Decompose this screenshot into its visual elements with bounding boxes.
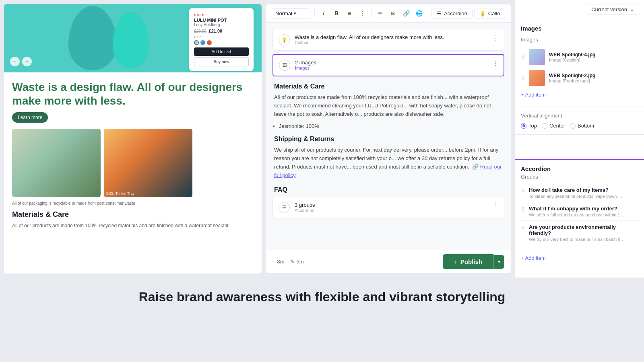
- preview-images-grid: BIZU Trinket Tray: [12, 129, 254, 197]
- callout-block-text: Waste is a design flaw. All of our desig…: [295, 34, 498, 40]
- images-block-more[interactable]: ⋮: [492, 60, 499, 67]
- image-caption-below: All of our packaging is recyclable or ma…: [12, 201, 254, 206]
- accordion-drag-1[interactable]: ⠿: [521, 188, 525, 194]
- callout-block-icon: 💡: [279, 34, 290, 45]
- add-image-button[interactable]: + Add item: [521, 88, 546, 101]
- image-row-1: ⠿ WEB Spotlight-4.jpg Image [Caption]: [521, 47, 638, 68]
- images-panel-section: Images Images ⠿ WEB Spotlight-4.jpg Imag…: [515, 19, 644, 107]
- image-filename-2: WEB Spotlight-2.jpg: [549, 73, 638, 78]
- bold-button[interactable]: B: [331, 8, 342, 19]
- panel-spacer: [515, 135, 644, 159]
- italic-button[interactable]: I: [318, 8, 329, 19]
- product-name: LULU MINI POT: [194, 18, 249, 23]
- color-dot-2[interactable]: [200, 40, 205, 45]
- alignment-bottom-label: Bottom: [578, 123, 594, 129]
- image-row-2: ⠿ WEB Spotlight-2.jpg Image [Product tag…: [521, 68, 638, 88]
- toolbar-divider-2: [371, 9, 372, 17]
- drag-handle-1[interactable]: ⠿: [521, 54, 525, 60]
- accordion-item-content-3: Are your products environmentally friend…: [529, 224, 638, 242]
- accordion-question-1: How do I take care of my items?: [529, 187, 638, 193]
- drag-handle-2[interactable]: ⠿: [521, 75, 525, 81]
- hero-next-button[interactable]: →: [22, 57, 32, 66]
- toolbar-divider-3: [428, 9, 428, 17]
- product-card: SALE LULU MINI POT Lucy Holdberg £29.00 …: [189, 8, 254, 71]
- image-info-1: WEB Spotlight-4.jpg Image [Caption]: [549, 52, 638, 62]
- radio-bottom-dot: [570, 123, 576, 129]
- learn-more-button[interactable]: Learn more: [12, 112, 48, 123]
- callout-block[interactable]: 💡 Waste is a design flaw. All of our des…: [272, 29, 504, 51]
- editor-shipping-title: Shipping & Returns: [272, 136, 504, 143]
- globe-button[interactable]: 🌐: [413, 8, 425, 19]
- preview-materials-title: Materials & Care: [12, 210, 254, 219]
- color-dot-1[interactable]: [194, 40, 199, 45]
- callout-block-type: Callout: [295, 40, 498, 45]
- mail-button[interactable]: ✉: [388, 8, 399, 19]
- callout-insert-button[interactable]: 💡 Callo: [474, 8, 506, 19]
- alignment-top[interactable]: Top: [521, 123, 537, 129]
- image-thumb-2: [529, 70, 545, 86]
- edit-time-icon: ✎: [290, 259, 295, 265]
- accordion-panel: Accordion Groups ⠿ How do I take care of…: [515, 159, 644, 278]
- accordion-drag-2[interactable]: ⠿: [521, 206, 525, 212]
- publish-icon: ↑: [454, 258, 457, 265]
- image-info-2: WEB Spotlight-2.jpg Image [Product tags]: [549, 73, 638, 83]
- accordion-drag-3[interactable]: ⠿: [521, 225, 525, 231]
- editor-materials-body: All of our products are made from 100% r…: [272, 93, 504, 118]
- add-to-cart-button[interactable]: Add to cart: [194, 47, 249, 56]
- text-style-label: Normal: [275, 10, 292, 16]
- preview-content-section: Waste is a design flaw. All of our desig…: [4, 72, 262, 234]
- callout-block-more[interactable]: ⋮: [493, 34, 499, 42]
- edit-time-value: 5m: [297, 259, 304, 265]
- read-full-policy-link[interactable]: 🔗 Read our full policy: [274, 164, 502, 178]
- color-dot-3[interactable]: [207, 40, 212, 45]
- editor-materials-title: Materials & Care: [272, 83, 504, 90]
- alignment-bottom[interactable]: Bottom: [570, 123, 594, 129]
- accordion-item-3: ⠿ Are your products environmentally frie…: [521, 221, 638, 245]
- faq-block-icon: ☰: [279, 202, 290, 213]
- color-dots: [194, 40, 249, 45]
- version-chevron-icon: ⌄: [630, 6, 634, 12]
- hero-navigation: ← →: [10, 57, 32, 66]
- publish-area: ↑ Publish ▾: [443, 254, 504, 269]
- new-price: £21.00: [209, 29, 223, 33]
- alignment-title: Vertical alignment: [521, 113, 638, 119]
- images-panel-title: Images: [521, 25, 638, 32]
- accordion-item-content-1: How do I take care of my items? To clean…: [529, 187, 638, 199]
- images-block-type: Images: [295, 66, 498, 70]
- alignment-center[interactable]: Center: [542, 123, 565, 129]
- alignment-top-label: Top: [528, 123, 537, 129]
- editor-area: SALE LULU MINI POT Lucy Holdberg £29.00 …: [0, 0, 644, 278]
- hero-prev-button[interactable]: ←: [10, 57, 20, 66]
- read-time-value: 8m: [277, 259, 285, 265]
- version-select[interactable]: Current version ⌄: [587, 4, 638, 15]
- image-caption-right: BIZU Trinket Tray: [106, 191, 134, 195]
- images-block-icon: 🖼: [279, 60, 290, 71]
- product-author: Lucy Holdberg: [194, 23, 249, 27]
- radio-top-dot: [521, 123, 526, 129]
- text-style-select[interactable]: Normal ▾: [271, 8, 311, 19]
- read-time-icon: ↑: [272, 259, 275, 265]
- editor-panel: Normal ▾ I B ≡ ⋮ ✏ ✉ 🔗 🌐 ☰ Accordion: [266, 4, 511, 274]
- image-filename-1: WEB Spotlight-4.jpg: [549, 52, 638, 58]
- link-button[interactable]: 🔗: [400, 8, 412, 19]
- bullet-list-button[interactable]: ≡: [344, 8, 355, 19]
- buy-now-button[interactable]: Buy now: [194, 57, 249, 66]
- preview-image-left: [12, 129, 101, 197]
- publish-button[interactable]: ↑ Publish: [443, 254, 493, 269]
- highlight-button[interactable]: ✏: [375, 8, 386, 19]
- numbered-list-button[interactable]: ⋮: [357, 8, 368, 19]
- read-time: ↑ 8m: [272, 259, 285, 265]
- alignment-options: Top Center Bottom: [521, 123, 638, 129]
- version-label: Current version: [591, 6, 627, 12]
- accordion-answer-3: We try our very best to make our small b…: [529, 237, 625, 242]
- accordion-panel-inner: Accordion Groups ⠿ How do I take care of…: [515, 160, 644, 251]
- accordion-insert-button[interactable]: ☰ Accordion: [431, 8, 473, 19]
- faq-block-count: 3 groups: [295, 202, 498, 208]
- faq-block-more[interactable]: ⋮: [493, 202, 499, 210]
- publish-dropdown-button[interactable]: ▾: [493, 255, 504, 269]
- faq-accordion-block[interactable]: ☰ 3 groups Accordion ⋮: [272, 197, 504, 218]
- add-accordion-item-button[interactable]: + Add item: [515, 251, 644, 265]
- callout-icon: 💡: [479, 10, 486, 16]
- images-block[interactable]: 🖼 2 images Images ⋮: [272, 54, 504, 76]
- price-row: £29.00 £21.00: [194, 29, 249, 33]
